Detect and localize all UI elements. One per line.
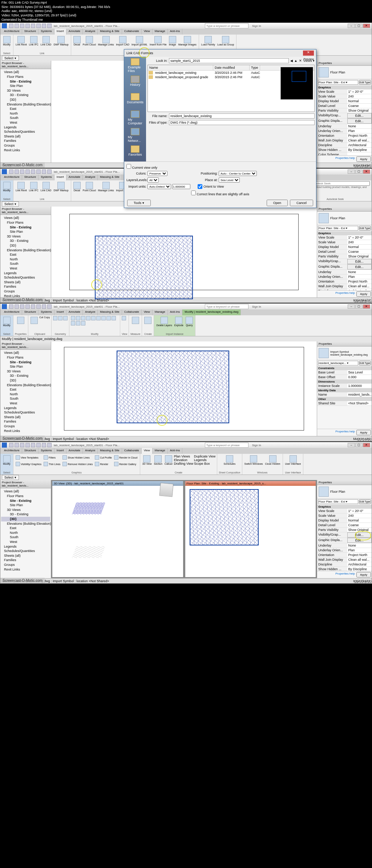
properties-grid[interactable]: GraphicsView Scale1" = 20'-0"Scale Value… xyxy=(317,231,372,290)
help-search-input[interactable] xyxy=(205,304,248,309)
edit-type-button[interactable]: Edit Type xyxy=(359,499,371,504)
properties-help-link[interactable]: Properties help xyxy=(335,291,355,297)
tab-structure[interactable]: Structure xyxy=(22,309,39,315)
correct-checkbox[interactable] xyxy=(191,191,196,195)
filters-button[interactable]: Filters xyxy=(43,455,61,460)
minimize-button[interactable]: – xyxy=(348,24,355,28)
tab-annotate[interactable]: Annotate xyxy=(66,29,83,35)
tree-3d[interactable]: 3D Views xyxy=(1,88,50,93)
modify-tool-icon[interactable] xyxy=(96,316,101,320)
viewcube-icon[interactable] xyxy=(159,483,173,497)
duplicate-view-button[interactable]: Duplicate View xyxy=(194,455,215,458)
col-type[interactable]: Type xyxy=(250,65,260,70)
tree-3d-existing[interactable]: 3D - Existing xyxy=(1,93,50,97)
positioning-select[interactable]: Auto - Center to Center xyxy=(219,171,257,176)
show-hidden-button[interactable]: Show Hidden Lines xyxy=(62,455,93,460)
tab-architecture[interactable]: Architecture xyxy=(2,448,22,454)
modify-tool-icon[interactable] xyxy=(101,316,106,320)
drawing-canvas[interactable] xyxy=(51,341,317,436)
open-button[interactable]: Open xyxy=(267,200,288,206)
insert-file-button[interactable]: Insert from File xyxy=(149,35,167,47)
tab-insert[interactable]: Insert xyxy=(54,29,66,35)
type-selector[interactable]: Floor Plan: Site - Exi ▾ xyxy=(318,499,358,504)
tree-site-existing[interactable]: Site - Existing xyxy=(1,79,50,84)
plan-views-button[interactable]: Plan Views xyxy=(174,455,193,458)
dialog-close-button[interactable]: ✕ xyxy=(303,51,314,56)
select-dropdown[interactable]: Select ▾ xyxy=(2,201,19,207)
remove-hidden-button[interactable]: Remove Hidden Lines xyxy=(62,461,93,467)
link-cad-button[interactable]: Link CAD xyxy=(40,181,52,192)
floorplan-pane[interactable]: Floor Plan: Site - Existing - lab_reside… xyxy=(185,481,316,577)
modify-tool-icon[interactable] xyxy=(106,316,111,320)
edit-type-button[interactable]: Edit Type xyxy=(359,226,371,231)
help-search-input[interactable] xyxy=(205,443,248,448)
tree-revit-links[interactable]: Revit Links xyxy=(1,148,50,153)
copy-button[interactable]: Copy xyxy=(44,316,50,325)
project-tree[interactable]: Views (all)Floor PlansSite - ExistingSit… xyxy=(0,350,51,436)
tree-sheets[interactable]: Sheets (all) xyxy=(1,134,50,139)
quick-access-toolbar[interactable] xyxy=(9,443,52,447)
tab-systems[interactable]: Systems xyxy=(39,448,54,454)
properties-help-link[interactable]: Properties help xyxy=(335,572,355,577)
tab-collaborate[interactable]: Collaborate xyxy=(122,29,142,35)
geom-icon[interactable] xyxy=(53,316,57,320)
tab-manage[interactable]: Manage xyxy=(153,448,168,454)
tree-elevations[interactable]: Elevations (Building Elevation) xyxy=(1,102,50,107)
tab-annotate[interactable]: Annotate xyxy=(66,448,83,454)
section-button[interactable]: Section xyxy=(153,455,163,466)
modify-button[interactable]: Modify xyxy=(2,181,12,192)
3d-mesh[interactable] xyxy=(72,503,105,514)
switch-windows-button[interactable]: Switch Windows xyxy=(244,455,264,466)
user-interface-button[interactable]: User Interface xyxy=(284,455,302,466)
help-search-input[interactable] xyxy=(205,23,248,28)
tree-site-plan[interactable]: Site Plan xyxy=(1,84,50,88)
maximize-button[interactable]: ▢ xyxy=(355,169,363,174)
apply-button[interactable]: Apply xyxy=(356,156,371,162)
view-templates-button[interactable]: View Templates xyxy=(15,455,42,460)
tab-annotate[interactable]: Annotate xyxy=(66,309,83,315)
drawing-canvas[interactable]: 3D View: {3D} - lab_resident_landscape_2… xyxy=(51,480,317,578)
cancel-button[interactable]: Cancel xyxy=(290,200,313,206)
apply-button[interactable]: Apply xyxy=(356,291,371,297)
tab-insert[interactable]: Insert xyxy=(54,309,66,315)
type-selector[interactable]: Floor Plan: Site - Exi ▾ xyxy=(318,226,358,231)
geom-icon[interactable] xyxy=(63,316,68,320)
load-group-button[interactable]: Load as Group xyxy=(217,35,235,47)
tree-legends[interactable]: Legends xyxy=(1,125,50,130)
3d-view-button[interactable]: 3D View xyxy=(142,455,153,466)
select-dropdown[interactable]: Select ▾ xyxy=(2,475,19,480)
measure-button[interactable] xyxy=(130,316,140,325)
project-tree[interactable]: Views (all)Floor PlansSite - ExistingSit… xyxy=(0,215,51,297)
close-button[interactable]: ✕ xyxy=(363,24,370,28)
sign-in-link[interactable]: Sign In xyxy=(251,24,263,28)
cad-link-frame[interactable] xyxy=(190,489,259,545)
col-date[interactable]: Date modified xyxy=(213,65,250,70)
drawing-canvas[interactable]: Link CAD Formats✕ Example Files History … xyxy=(51,61,317,163)
link-ifc-button[interactable]: Link IFC xyxy=(28,181,39,192)
properties-help-link[interactable]: Properties help xyxy=(335,156,355,162)
tab-manage[interactable]: Manage xyxy=(153,309,168,315)
sidebar-favorites[interactable]: Favorites xyxy=(128,145,142,160)
filetype-field[interactable]: DWG Files (*.dwg) xyxy=(169,120,315,125)
minimize-button[interactable]: – xyxy=(348,169,355,174)
maximize-button[interactable]: ▢ xyxy=(355,443,363,447)
modify-tool-icon[interactable] xyxy=(76,316,80,320)
sign-in-link[interactable]: Sign In xyxy=(251,444,263,447)
maximize-button[interactable]: ▢ xyxy=(355,304,363,309)
tab-massing[interactable]: Massing & Site xyxy=(98,309,122,315)
delete-icon[interactable]: ✕ xyxy=(299,59,302,63)
tab-analyze[interactable]: Analyze xyxy=(83,29,98,35)
project-tree[interactable]: Views (all)Floor PlansSite - ExistingSit… xyxy=(0,488,51,578)
tab-view[interactable]: View xyxy=(142,29,153,35)
tab-analyze[interactable]: Analyze xyxy=(83,309,98,315)
elevation-button[interactable]: Elevation xyxy=(174,458,193,462)
tab-systems[interactable]: Systems xyxy=(39,175,54,180)
modify-tool-icon[interactable] xyxy=(86,316,90,320)
tab-structure[interactable]: Structure xyxy=(22,29,39,35)
project-tree[interactable]: Views (all) Floor Plans Site - Existing … xyxy=(0,69,51,163)
colors-select[interactable]: Preserve xyxy=(147,171,167,176)
point-cloud-button[interactable]: Point Cloud xyxy=(82,181,97,192)
tab-structure[interactable]: Structure xyxy=(22,175,39,180)
close-button[interactable]: ✕ xyxy=(363,443,370,447)
tab-analyze[interactable]: Analyze xyxy=(83,175,98,180)
